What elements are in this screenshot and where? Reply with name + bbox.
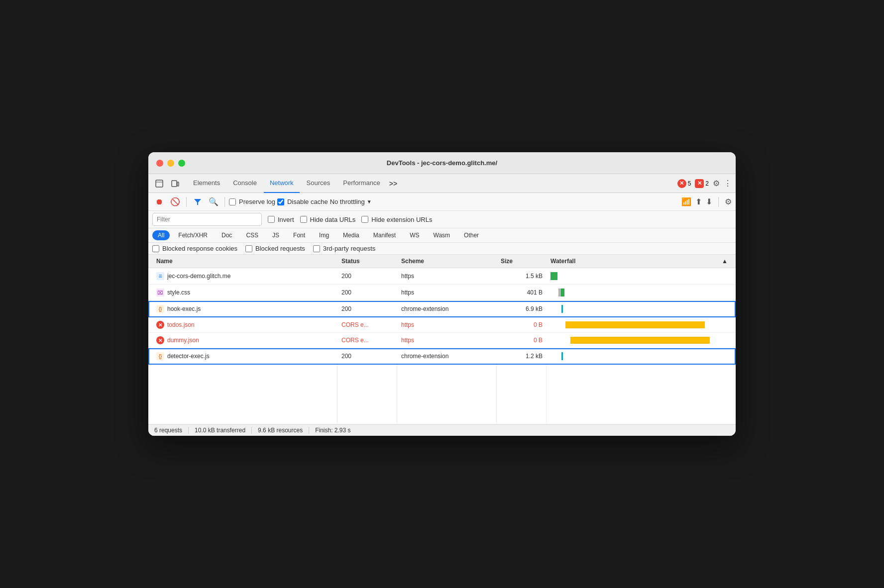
- third-party-requests-input[interactable]: [313, 245, 320, 252]
- table-row[interactable]: {} hook-exec.js 200 chrome-extension 6.9…: [148, 301, 736, 317]
- type-filter-js[interactable]: JS: [267, 230, 285, 240]
- row-name: ✕ dummy.json: [152, 334, 337, 346]
- type-filter-doc[interactable]: Doc: [216, 230, 237, 240]
- th-name[interactable]: Name: [152, 255, 337, 268]
- type-filter-img[interactable]: Img: [314, 230, 334, 240]
- table-row[interactable]: ✕ todos.json CORS e... https 0 B: [148, 317, 736, 333]
- download-icon[interactable]: ⬇: [706, 197, 712, 206]
- waterfall-bar-gray: [558, 289, 560, 296]
- waterfall-bar-green: [551, 272, 557, 280]
- blocked-requests-checkbox[interactable]: Blocked requests: [245, 245, 305, 252]
- error-icon: ✕: [156, 336, 164, 344]
- error-count-orange[interactable]: ✕ 2: [695, 179, 709, 188]
- close-button[interactable]: [156, 160, 163, 167]
- type-filter-ws[interactable]: WS: [404, 230, 425, 240]
- more-tabs-button[interactable]: >>: [387, 180, 399, 188]
- row-size: 0 B: [497, 335, 547, 346]
- devtools-window: DevTools - jec-cors-demo.glitch.me/ Elem…: [148, 152, 736, 436]
- tab-network[interactable]: Network: [264, 174, 300, 193]
- blocked-response-cookies-checkbox[interactable]: Blocked response cookies: [152, 245, 237, 252]
- error-icon: ✕: [156, 321, 164, 329]
- blocked-response-cookies-input[interactable]: [152, 245, 159, 252]
- type-filter-wasm[interactable]: Wasm: [428, 230, 456, 240]
- filter-options: Invert Hide data URLs Hide extension URL…: [268, 216, 432, 223]
- type-filter-fetch-xhr[interactable]: Fetch/XHR: [173, 230, 213, 240]
- hide-data-urls-checkbox[interactable]: Hide data URLs: [300, 216, 356, 223]
- preserve-log-checkbox[interactable]: Preserve log: [229, 198, 275, 205]
- row-status: 200: [337, 303, 397, 314]
- error-icon-red: ✕: [677, 179, 686, 188]
- record-button[interactable]: ⏺: [152, 195, 166, 209]
- search-icon[interactable]: 🔍: [207, 195, 221, 209]
- js-icon: {}: [156, 305, 164, 313]
- filter-icon[interactable]: [191, 195, 205, 209]
- hide-extension-urls-checkbox[interactable]: Hide extension URLs: [361, 216, 432, 223]
- th-status[interactable]: Status: [337, 255, 397, 268]
- inspector-icon[interactable]: [152, 177, 166, 191]
- disable-cache-checkbox[interactable]: Disable cache: [277, 198, 328, 205]
- tab-console[interactable]: Console: [227, 174, 263, 193]
- disable-cache-label: Disable cache: [287, 198, 328, 205]
- row-scheme: https: [397, 319, 497, 330]
- more-options-icon[interactable]: ⋮: [724, 179, 732, 188]
- blocked-response-cookies-label: Blocked response cookies: [162, 245, 237, 252]
- th-scheme[interactable]: Scheme: [397, 255, 497, 268]
- svg-rect-0: [156, 180, 163, 187]
- device-icon[interactable]: [168, 177, 182, 191]
- row-name: ⌧ style.css: [152, 287, 337, 298]
- upload-icon[interactable]: ⬆: [695, 197, 702, 206]
- blocked-requests-input[interactable]: [245, 245, 252, 252]
- network-settings-icon[interactable]: ⚙: [725, 197, 732, 206]
- table-row[interactable]: {} detector-exec.js 200 chrome-extension…: [148, 348, 736, 365]
- title-bar: DevTools - jec-cors-demo.glitch.me/: [148, 152, 736, 174]
- table-row[interactable]: ✕ dummy.json CORS e... https 0 B: [148, 333, 736, 348]
- main-toolbar: ⏺ 🚫 🔍 Preserve log Disable cache No thro…: [148, 193, 736, 211]
- row-name: {} hook-exec.js: [152, 303, 337, 315]
- maximize-button[interactable]: [178, 160, 185, 167]
- tab-elements[interactable]: Elements: [187, 174, 226, 193]
- disable-cache-input[interactable]: [277, 198, 284, 205]
- row-size: 1.5 kB: [497, 271, 547, 282]
- filter-input[interactable]: [152, 213, 262, 226]
- network-table: Name Status Scheme Size Waterfall ▲ ≡ je…: [148, 255, 736, 424]
- row-size: 6.9 kB: [497, 303, 547, 314]
- type-filter-font[interactable]: Font: [288, 230, 311, 240]
- hide-data-urls-input[interactable]: [300, 216, 307, 223]
- type-filter-manifest[interactable]: Manifest: [368, 230, 401, 240]
- table-row[interactable]: ⌧ style.css 200 https 401 B: [148, 285, 736, 301]
- preserve-log-label: Preserve log: [239, 198, 275, 205]
- hide-extension-urls-input[interactable]: [361, 216, 368, 223]
- preserve-log-input[interactable]: [229, 198, 236, 205]
- wifi-icon[interactable]: 📶: [681, 197, 691, 206]
- tab-performance[interactable]: Performance: [337, 174, 386, 193]
- html-icon: ≡: [156, 272, 164, 280]
- settings-icon[interactable]: ⚙: [713, 179, 720, 188]
- third-party-requests-checkbox[interactable]: 3rd-party requests: [313, 245, 376, 252]
- clear-button[interactable]: 🚫: [168, 195, 182, 209]
- error-count-red[interactable]: ✕ 5: [677, 179, 691, 188]
- type-filter-other[interactable]: Other: [458, 230, 484, 240]
- th-waterfall[interactable]: Waterfall ▲: [547, 255, 732, 268]
- toolbar-divider-1: [186, 197, 187, 207]
- row-scheme: chrome-extension: [397, 303, 497, 314]
- waterfall-bar-yellow: [565, 321, 705, 328]
- type-filter-all[interactable]: All: [152, 230, 170, 240]
- table-row[interactable]: ≡ jec-cors-demo.glitch.me 200 https 1.5 …: [148, 268, 736, 285]
- minimize-button[interactable]: [167, 160, 174, 167]
- tab-sources[interactable]: Sources: [301, 174, 336, 193]
- toolbar-divider-2: [224, 197, 225, 207]
- row-waterfall: [547, 268, 732, 284]
- window-title: DevTools - jec-cors-demo.glitch.me/: [387, 159, 497, 167]
- svg-rect-2: [172, 181, 177, 187]
- throttle-label: No throttling: [330, 198, 365, 205]
- invert-input[interactable]: [268, 216, 275, 223]
- throttle-select[interactable]: No throttling ▼: [330, 198, 372, 205]
- row-waterfall: [547, 333, 732, 348]
- th-size[interactable]: Size: [497, 255, 547, 268]
- type-filter-css[interactable]: CSS: [240, 230, 264, 240]
- transferred-size: 10.0 kB transferred: [189, 427, 252, 434]
- row-status: CORS e...: [337, 335, 397, 346]
- invert-checkbox[interactable]: Invert: [268, 216, 294, 223]
- js-icon: {}: [156, 352, 164, 360]
- type-filter-media[interactable]: Media: [337, 230, 365, 240]
